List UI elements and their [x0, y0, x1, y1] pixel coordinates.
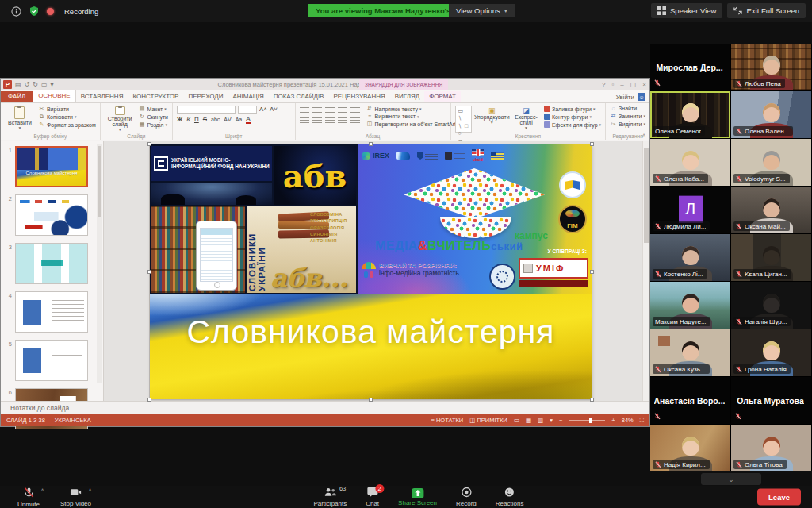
selection-handle[interactable]: [147, 398, 151, 402]
selection-handle[interactable]: [590, 270, 594, 274]
find-button[interactable]: ◌Знайти: [610, 106, 645, 111]
slide-canvas[interactable]: УКРАЇНСЬКИЙ МОВНО-ІНФОРМАЦІЙНИЙ ФОНД НАН…: [150, 144, 592, 399]
align-right-icon[interactable]: [325, 116, 335, 123]
grow-font-icon[interactable]: А˄: [259, 106, 267, 114]
selection-handle[interactable]: [147, 142, 151, 146]
shape-effects-button[interactable]: Ефекти для фігур▾: [544, 121, 601, 128]
encryption-shield-icon[interactable]: [29, 6, 40, 17]
redo-icon[interactable]: ↻: [33, 81, 38, 88]
smartart-button[interactable]: ◫Перетворити на об'єкт SmartArt▾: [366, 121, 460, 127]
slide-thumbnail-2[interactable]: [15, 194, 88, 236]
shrink-font-icon[interactable]: А˅: [270, 106, 278, 114]
text-shadow-button[interactable]: abc: [211, 117, 220, 122]
align-left-icon[interactable]: [300, 116, 309, 123]
new-slide-button[interactable]: Створити слайд ▼: [105, 106, 136, 133]
tab-format[interactable]: ФОРМАТ: [424, 91, 461, 102]
numbering-icon[interactable]: [312, 106, 322, 113]
paste-button[interactable]: Вставити ▼: [5, 106, 35, 133]
tab-home[interactable]: ОСНОВНЕ: [33, 90, 75, 102]
justify-icon[interactable]: [338, 116, 347, 123]
speaker-view-button[interactable]: Speaker View: [651, 3, 722, 18]
participant-tile[interactable]: Наталія Шур...: [731, 282, 811, 329]
tab-design[interactable]: КОНСТРУКТОР: [128, 91, 183, 102]
columns-icon[interactable]: [350, 116, 360, 123]
selection-handle[interactable]: [369, 398, 373, 402]
tab-file[interactable]: ФАЙЛ: [1, 91, 33, 102]
minimize-icon[interactable]: –: [620, 81, 623, 88]
align-center-icon[interactable]: [312, 116, 322, 123]
font-name-box[interactable]: [177, 106, 236, 114]
slide-thumbnail-1[interactable]: Словникова майстерня: [15, 146, 88, 187]
chat-button[interactable]: 2 Chat: [366, 487, 379, 507]
participant-tile[interactable]: Volodymyr S...: [731, 139, 811, 186]
participant-tile[interactable]: Олена Вален...: [731, 91, 811, 138]
close-icon[interactable]: ×: [642, 81, 646, 88]
character-spacing-button[interactable]: АV: [224, 117, 231, 122]
exit-full-screen-button[interactable]: Exit Full Screen: [727, 3, 806, 18]
participant-tile[interactable]: Оксана Май...: [731, 187, 811, 233]
quick-styles-button[interactable]: ◪ Експрес-стилі ▼: [511, 106, 541, 133]
section-button[interactable]: ▦Розділ▾: [139, 121, 169, 128]
thumbnail-scrollbar[interactable]: [97, 144, 102, 383]
comments-toggle[interactable]: ◫ ПРИМІТКИ: [469, 417, 508, 424]
ribbon-display-icon[interactable]: ▫: [611, 81, 614, 88]
stop-video-button[interactable]: ˄ Stop Video: [60, 487, 91, 508]
layout-button[interactable]: ▤Макет▾: [139, 106, 169, 112]
video-options-chevron[interactable]: ˄: [88, 487, 91, 493]
notes-pane[interactable]: Нотатки до слайда: [1, 401, 649, 414]
align-text-button[interactable]: ≡Вирівняти текст▾: [366, 114, 460, 119]
copy-button[interactable]: ⧉Копіювати▾: [38, 114, 96, 120]
format-painter-button[interactable]: ✎Формат за зразком: [38, 121, 96, 128]
reactions-button[interactable]: Reactions: [496, 487, 524, 507]
participant-tile[interactable]: Костенко Лі...: [650, 234, 730, 281]
fit-to-window-icon[interactable]: ⛶: [640, 417, 644, 425]
selection-handle[interactable]: [590, 398, 594, 402]
reading-view-icon[interactable]: ▥: [538, 417, 543, 424]
text-direction-button[interactable]: ⇵Напрямок тексту▾: [366, 106, 460, 112]
slideshow-view-icon[interactable]: ▾: [550, 417, 553, 424]
slide-thumbnail-5[interactable]: [15, 340, 88, 381]
participant-tile[interactable]: Грона Наталія: [731, 329, 811, 376]
record-button[interactable]: Record: [456, 487, 477, 507]
selection-handle[interactable]: [369, 142, 373, 146]
participants-button[interactable]: 63 Participants: [313, 487, 347, 507]
view-options-button[interactable]: View Options ▾: [449, 4, 515, 17]
gallery-scroll-down-button[interactable]: ⌄: [701, 473, 761, 485]
normal-view-icon[interactable]: ▭: [514, 417, 519, 424]
participant-tile[interactable]: Олена Каба...: [650, 139, 730, 186]
editor-scrollbar[interactable]: [642, 141, 649, 401]
info-icon[interactable]: [11, 6, 21, 17]
bold-button[interactable]: Ж: [177, 116, 182, 123]
indent-increase-icon[interactable]: [338, 106, 347, 113]
tab-slideshow[interactable]: ПОКАЗ СЛАЙДІВ: [269, 91, 329, 102]
change-case-button[interactable]: Aa: [236, 117, 243, 122]
slide-sorter-view-icon[interactable]: ▦: [526, 417, 531, 424]
replace-button[interactable]: ⇄Замінити▾: [610, 113, 645, 119]
start-slideshow-icon[interactable]: ▭: [41, 81, 48, 88]
underline-button[interactable]: П: [194, 116, 199, 123]
slide-thumbnail-3[interactable]: [15, 243, 88, 284]
italic-button[interactable]: К: [186, 116, 190, 123]
zoom-percentage[interactable]: 84%: [622, 417, 634, 424]
save-icon[interactable]: ▤: [15, 81, 21, 88]
audio-options-chevron[interactable]: ˄: [40, 487, 44, 493]
tab-transitions[interactable]: ПЕРЕХОДИ: [183, 91, 228, 102]
participant-tile[interactable]: Л Людмила Ли...: [650, 187, 730, 233]
line-spacing-icon[interactable]: [350, 106, 360, 113]
sign-in-button[interactable]: Увійти ☺: [616, 93, 645, 101]
share-screen-button[interactable]: Share Screen: [398, 487, 437, 507]
zoom-out-icon[interactable]: −: [559, 417, 562, 424]
participant-tile[interactable]: Надія Кирил...: [650, 425, 730, 471]
participant-tile[interactable]: Ольга Тітова: [731, 425, 811, 471]
restore-icon[interactable]: ▢: [630, 81, 637, 88]
tab-review[interactable]: РЕЦЕНЗУВАННЯ: [328, 91, 389, 102]
shapes-gallery[interactable]: ▭ ∖ ∖ □ ○ ▱ △ ◇ ▷ ⇨ ⇩ ◻ ☆ ◠ ◡ { } ≀: [455, 106, 473, 133]
font-color-button[interactable]: А: [246, 115, 250, 124]
participant-tile[interactable]: Оксана Кузь...: [650, 329, 730, 376]
tab-view[interactable]: ВИГЛЯД: [390, 91, 424, 102]
language-indicator[interactable]: УКРАЇНСЬКА: [55, 417, 91, 424]
bullets-icon[interactable]: [300, 106, 309, 113]
participant-tile[interactable]: Мирослав Дер...: [650, 44, 730, 90]
shape-outline-button[interactable]: Контур фігури▾: [544, 114, 601, 120]
zoom-in-icon[interactable]: +: [611, 417, 615, 424]
